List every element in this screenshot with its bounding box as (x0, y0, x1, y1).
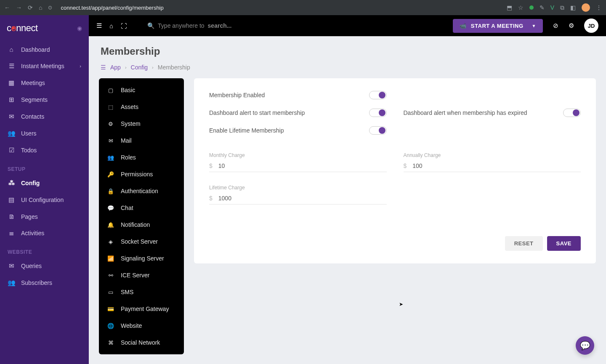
bookmark-icon[interactable]: ☆ (518, 4, 524, 11)
sidebar-item-todos[interactable]: ☑Todos (0, 142, 89, 159)
ice-icon: ⚯ (107, 272, 114, 279)
currency-prefix: $ (404, 162, 407, 169)
breadcrumb-config[interactable]: Config (131, 64, 148, 71)
panel-icon[interactable]: ◧ (570, 4, 576, 11)
config-nav-website[interactable]: 🌐Website (99, 317, 184, 334)
sidebar-item-subscribers[interactable]: 👥Subscribers (0, 274, 89, 291)
sidebar-item-segments[interactable]: ⊞Segments (0, 91, 89, 108)
page-title: Membership (101, 45, 594, 57)
sidebar-item-label: Queries (21, 263, 42, 269)
config-nav-socket[interactable]: ◈Socket Server (99, 233, 184, 250)
vue-devtools-icon[interactable]: V (550, 4, 554, 11)
sms-icon: ▭ (107, 289, 114, 295)
config-nav: ▢Basic ⬚Assets ⚙System ✉Mail 👥Roles 🔑Per… (99, 78, 184, 354)
config-nav-label: Socket Server (121, 238, 158, 245)
config-nav-label: System (121, 120, 141, 127)
sidebar-item-config[interactable]: ⁂Config (0, 175, 89, 191)
profile-avatar-icon[interactable] (582, 3, 590, 12)
sidebar-item-label: Subscribers (21, 279, 52, 286)
currency-prefix: $ (209, 162, 213, 169)
sidebar-item-instant-meetings[interactable]: ☰Instant Meetings› (0, 58, 89, 74)
home-icon: ⌂ (8, 46, 15, 53)
breadcrumb-menu-icon[interactable]: ☰ (101, 64, 106, 71)
back-icon[interactable]: ← (4, 4, 10, 11)
config-nav-label: Authentication (121, 188, 158, 194)
forward-icon[interactable]: → (16, 4, 22, 11)
lifetime-enabled-toggle[interactable] (369, 126, 387, 135)
config-nav-label: Roles (121, 154, 136, 161)
sidebar-item-ui-config[interactable]: ▤UI Configuration (0, 191, 89, 208)
config-nav-label: Social Network (121, 339, 160, 346)
config-nav-label: Chat (121, 205, 133, 211)
menu-icon[interactable]: ⋮ (596, 4, 602, 11)
monthly-charge-input[interactable] (218, 162, 387, 169)
breadcrumb-app[interactable]: App (110, 64, 121, 71)
config-nav-label: SMS (121, 289, 133, 295)
install-icon[interactable]: ⬒ (507, 4, 512, 11)
save-button[interactable]: SAVE (547, 236, 581, 251)
config-nav-ice[interactable]: ⚯ICE Server (99, 267, 184, 284)
config-nav-payment[interactable]: 💳Payment Gateway (99, 300, 184, 317)
sidebar-item-queries[interactable]: ✉Queries (0, 258, 89, 274)
config-nav-system[interactable]: ⚙System (99, 115, 184, 132)
settings-icon[interactable]: ⚙ (569, 22, 574, 29)
annually-charge-input[interactable] (412, 162, 581, 169)
todos-icon: ☑ (8, 146, 15, 154)
menu-toggle-icon[interactable]: ☰ (96, 22, 102, 29)
socket-icon: ◈ (107, 239, 114, 245)
config-nav-permissions[interactable]: 🔑Permissions (99, 166, 184, 183)
url-bar[interactable]: connect.test/app/panel/config/membership (57, 5, 501, 11)
bell-icon: 🔔 (107, 222, 114, 228)
config-nav-sms[interactable]: ▭SMS (99, 284, 184, 300)
config-nav-roles[interactable]: 👥Roles (99, 149, 184, 166)
reset-button[interactable]: RESET (505, 236, 543, 251)
membership-enabled-toggle[interactable] (369, 91, 387, 99)
sidebar-collapse-icon[interactable]: ◉ (77, 25, 82, 32)
config-nav-label: Website (121, 322, 142, 329)
config-nav-mail[interactable]: ✉Mail (99, 132, 184, 149)
config-nav-assets[interactable]: ⬚Assets (99, 98, 184, 115)
lifetime-charge-input[interactable] (218, 195, 387, 202)
user-avatar[interactable]: JD (584, 19, 598, 33)
home-icon[interactable]: ⌂ (39, 4, 42, 11)
config-nav-notification[interactable]: 🔔Notification (99, 216, 184, 233)
sidebar-item-users[interactable]: 👥Users (0, 125, 89, 142)
extensions-icon[interactable]: ⧉ (560, 4, 564, 11)
extension-status-icon (529, 5, 534, 10)
start-meeting-button[interactable]: 📹 START A MEETING ▼ (453, 19, 543, 33)
sidebar-item-label: Users (21, 130, 37, 137)
home-icon[interactable]: ⌂ (109, 22, 113, 29)
sidebar-item-dashboard[interactable]: ⌂Dashboard (0, 41, 89, 58)
config-nav-label: Permissions (121, 171, 153, 178)
lifetime-charge-label: Lifetime Charge (209, 185, 387, 191)
fullscreen-icon[interactable]: ⛶ (121, 22, 127, 29)
sidebar-item-contacts[interactable]: ✉Contacts (0, 108, 89, 125)
chevron-right-icon: › (125, 65, 127, 70)
contacts-icon: ✉ (8, 113, 15, 120)
alert-start-toggle[interactable] (369, 109, 387, 117)
alert-expired-label: Dashboard alert when membership has expi… (404, 109, 527, 116)
lifetime-enabled-label: Enable Lifetime Membership (209, 127, 284, 134)
config-nav-basic[interactable]: ▢Basic (99, 82, 184, 98)
global-search[interactable]: 🔍 Type anywhere to search... (147, 22, 231, 29)
sidebar-item-label: Instant Meetings (21, 63, 64, 69)
config-nav-social[interactable]: ⌘Social Network (99, 334, 184, 351)
sidebar-item-activities[interactable]: ≣Activities (0, 225, 89, 242)
currency-prefix: $ (209, 195, 213, 202)
config-nav-chat[interactable]: 💬Chat (99, 199, 184, 216)
check-circle-icon[interactable]: ⊘ (553, 22, 558, 29)
config-nav-signaling[interactable]: 📶Signaling Server (99, 250, 184, 267)
segments-icon: ⊞ (8, 96, 15, 104)
config-nav-authentication[interactable]: 🔒Authentication (99, 183, 184, 199)
site-info-icon[interactable]: ⊙ (48, 5, 52, 11)
chat-fab[interactable]: 💬 (576, 336, 594, 355)
edit-icon[interactable]: ✎ (540, 4, 545, 11)
config-nav-label: Signaling Server (121, 255, 164, 262)
alert-start-label: Dashboard alert to start membership (209, 109, 305, 116)
users-icon: 👥 (8, 130, 15, 137)
alert-expired-toggle[interactable] (563, 109, 581, 117)
reload-icon[interactable]: ⟳ (28, 4, 33, 11)
sidebar-item-meetings[interactable]: ▦Meetings (0, 74, 89, 91)
sidebar: connect ◉ ⌂Dashboard ☰Instant Meetings› … (0, 15, 89, 364)
sidebar-item-pages[interactable]: 🗎Pages (0, 208, 89, 225)
